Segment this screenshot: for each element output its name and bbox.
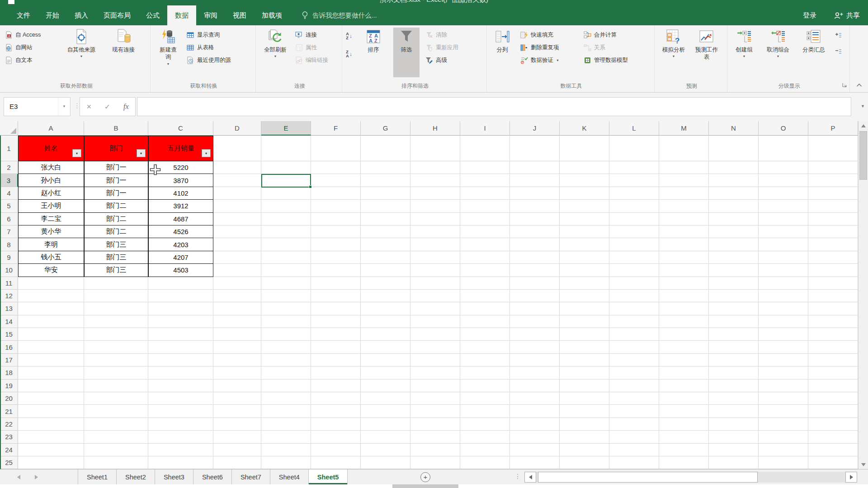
empty-cell[interactable] bbox=[213, 136, 261, 161]
empty-cell[interactable] bbox=[659, 187, 709, 200]
empty-cell[interactable] bbox=[659, 277, 709, 290]
empty-cell[interactable] bbox=[808, 136, 858, 161]
empty-cell[interactable] bbox=[311, 225, 361, 238]
empty-cell[interactable] bbox=[361, 277, 410, 290]
empty-cell[interactable] bbox=[410, 431, 460, 443]
empty-cell[interactable] bbox=[510, 405, 560, 418]
empty-cell[interactable] bbox=[361, 238, 410, 251]
table-cell[interactable]: 李明 bbox=[18, 238, 84, 251]
empty-cell[interactable] bbox=[460, 200, 510, 212]
empty-cell[interactable] bbox=[709, 456, 759, 469]
table-cell[interactable]: 3912 bbox=[148, 200, 213, 212]
name-box[interactable]: E3 ▼ bbox=[4, 97, 71, 116]
row-header-2[interactable]: 2 bbox=[0, 161, 18, 174]
row-header-8[interactable]: 8 bbox=[0, 238, 18, 251]
empty-cell[interactable] bbox=[759, 418, 808, 431]
name-box-dropdown-icon[interactable]: ▼ bbox=[58, 98, 70, 116]
empty-cell[interactable] bbox=[759, 264, 808, 277]
empty-cell[interactable] bbox=[410, 136, 460, 161]
empty-cell[interactable] bbox=[410, 456, 460, 469]
empty-cell[interactable] bbox=[460, 277, 510, 290]
empty-cell[interactable] bbox=[361, 418, 410, 431]
column-header-H[interactable]: H bbox=[410, 121, 460, 136]
empty-cell[interactable] bbox=[361, 302, 410, 315]
sheet-tab-sheet1[interactable]: Sheet1 bbox=[78, 469, 117, 484]
empty-cell[interactable] bbox=[560, 238, 609, 251]
consolidate-button[interactable]: 合并计算 bbox=[581, 28, 653, 41]
empty-cell[interactable] bbox=[609, 213, 659, 225]
empty-cell[interactable] bbox=[510, 187, 560, 200]
empty-cell[interactable] bbox=[361, 225, 410, 238]
empty-cell[interactable] bbox=[510, 174, 560, 187]
data-validation-button[interactable]: 数据验证 ▼ bbox=[518, 54, 581, 66]
empty-cell[interactable] bbox=[560, 251, 609, 264]
row-header-14[interactable]: 14 bbox=[0, 315, 18, 328]
empty-cell[interactable] bbox=[609, 444, 659, 456]
empty-cell[interactable] bbox=[361, 456, 410, 469]
empty-cell[interactable] bbox=[410, 277, 460, 290]
sign-in-button[interactable]: 登录 bbox=[803, 11, 816, 20]
filter-button[interactable]: 筛选 bbox=[393, 28, 420, 77]
row-header-15[interactable]: 15 bbox=[0, 328, 18, 341]
empty-cell[interactable] bbox=[261, 290, 311, 302]
empty-cell[interactable] bbox=[560, 341, 609, 353]
empty-cell[interactable] bbox=[659, 418, 709, 431]
empty-cell[interactable] bbox=[311, 380, 361, 392]
empty-cell[interactable] bbox=[18, 302, 84, 315]
empty-cell[interactable] bbox=[261, 277, 311, 290]
hide-detail-button[interactable] bbox=[833, 47, 844, 56]
empty-cell[interactable] bbox=[261, 456, 311, 469]
empty-cell[interactable] bbox=[361, 405, 410, 418]
empty-cell[interactable] bbox=[808, 161, 858, 174]
empty-cell[interactable] bbox=[609, 174, 659, 187]
empty-cell[interactable] bbox=[560, 213, 609, 225]
empty-cell[interactable] bbox=[148, 366, 213, 379]
empty-cell[interactable] bbox=[410, 187, 460, 200]
empty-cell[interactable] bbox=[510, 200, 560, 212]
empty-cell[interactable] bbox=[261, 328, 311, 341]
row-header-1[interactable]: 1 bbox=[0, 136, 18, 161]
empty-cell[interactable] bbox=[460, 187, 510, 200]
cancel-icon[interactable]: × bbox=[86, 102, 91, 112]
empty-cell[interactable] bbox=[261, 187, 311, 200]
table-cell[interactable]: 部门三 bbox=[84, 251, 148, 264]
column-header-F[interactable]: F bbox=[311, 121, 361, 136]
empty-cell[interactable] bbox=[361, 136, 410, 161]
empty-cell[interactable] bbox=[213, 456, 261, 469]
empty-cell[interactable] bbox=[148, 405, 213, 418]
row-header-18[interactable]: 18 bbox=[0, 366, 18, 379]
empty-cell[interactable] bbox=[84, 366, 148, 379]
column-header-G[interactable]: G bbox=[361, 121, 410, 136]
what-if-analysis-button[interactable]: ? 模拟分析 ▼ bbox=[656, 28, 691, 77]
empty-cell[interactable] bbox=[659, 238, 709, 251]
row-header-11[interactable]: 11 bbox=[0, 277, 18, 290]
empty-cell[interactable] bbox=[709, 187, 759, 200]
empty-cell[interactable] bbox=[560, 315, 609, 328]
from-other-sources-button[interactable]: 自其他来源 ▼ bbox=[59, 28, 104, 77]
table-cell[interactable]: 赵小红 bbox=[18, 187, 84, 200]
empty-cell[interactable] bbox=[18, 354, 84, 366]
empty-cell[interactable] bbox=[213, 392, 261, 405]
horizontal-scroll-thumb[interactable] bbox=[538, 472, 758, 483]
vertical-scrollbar[interactable] bbox=[858, 121, 868, 469]
empty-cell[interactable] bbox=[311, 366, 361, 379]
empty-cell[interactable] bbox=[84, 456, 148, 469]
empty-cell[interactable] bbox=[510, 418, 560, 431]
empty-cell[interactable] bbox=[460, 341, 510, 353]
empty-cell[interactable] bbox=[84, 431, 148, 443]
row-header-20[interactable]: 20 bbox=[0, 392, 18, 405]
empty-cell[interactable] bbox=[460, 251, 510, 264]
empty-cell[interactable] bbox=[311, 354, 361, 366]
sheet-tab-sheet7[interactable]: Sheet7 bbox=[232, 469, 270, 484]
table-cell[interactable]: 王小明 bbox=[18, 200, 84, 212]
empty-cell[interactable] bbox=[261, 380, 311, 392]
table-cell[interactable]: 部门二 bbox=[84, 213, 148, 225]
empty-cell[interactable] bbox=[148, 328, 213, 341]
empty-cell[interactable] bbox=[659, 213, 709, 225]
empty-cell[interactable] bbox=[560, 456, 609, 469]
empty-cell[interactable] bbox=[759, 251, 808, 264]
empty-cell[interactable] bbox=[460, 431, 510, 443]
empty-cell[interactable] bbox=[510, 238, 560, 251]
empty-cell[interactable] bbox=[84, 392, 148, 405]
ribbon-tab-add-ins[interactable]: 加载项 bbox=[254, 5, 290, 25]
